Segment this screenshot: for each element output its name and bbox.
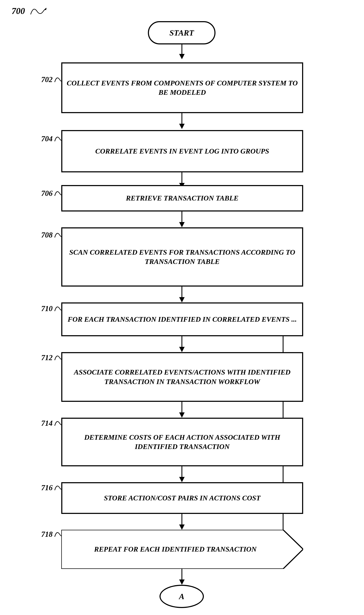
- box-712: ASSOCIATE CORRELATED EVENTS/ACTIONS WITH…: [61, 352, 303, 402]
- ref-702-label: 702: [41, 75, 52, 84]
- connector-a: A: [159, 585, 204, 608]
- ref-718-label: 718: [41, 530, 52, 539]
- box-704-text: CORRELATE EVENTS IN EVENT LOG INTO GROUP…: [91, 144, 273, 158]
- svg-marker-13: [179, 412, 185, 418]
- connector-a-label: A: [179, 592, 184, 601]
- ref-710-label: 710: [41, 304, 52, 313]
- box-714-text: DETERMINE COSTS OF EACH ACTION ASSOCIATE…: [62, 431, 302, 453]
- box-710: FOR EACH TRANSACTION IDENTIFIED IN CORRE…: [61, 302, 303, 336]
- box-716-text: STORE ACTION/COST PAIRS IN ACTIONS COST: [100, 491, 265, 505]
- svg-marker-1: [179, 54, 185, 59]
- box-702: COLLECT EVENTS FROM COMPONENTS OF COMPUT…: [61, 62, 303, 113]
- ref-708-label: 708: [41, 231, 52, 239]
- svg-marker-11: [179, 347, 185, 352]
- ref-714-label: 714: [41, 419, 52, 428]
- start-label: START: [169, 28, 194, 37]
- svg-marker-19: [179, 579, 185, 585]
- svg-marker-15: [179, 477, 185, 482]
- fig-squiggle: [30, 6, 46, 16]
- box-712-text: ASSOCIATE CORRELATED EVENTS/ACTIONS WITH…: [62, 366, 302, 388]
- ref-706-label: 706: [41, 189, 52, 198]
- box-702-text: COLLECT EVENTS FROM COMPONENTS OF COMPUT…: [62, 76, 302, 99]
- box-714: DETERMINE COSTS OF EACH ACTION ASSOCIATE…: [61, 418, 303, 466]
- box-718-svg: REPEAT FOR EACH IDENTIFIED TRANSACTION: [61, 530, 303, 569]
- box-706-text: RETRIEVE TRANSACTION TABLE: [122, 191, 243, 205]
- box-718-text: REPEAT FOR EACH IDENTIFIED TRANSACTION: [94, 545, 257, 554]
- figure-label: 700: [12, 6, 25, 16]
- box-706: RETRIEVE TRANSACTION TABLE: [61, 185, 303, 211]
- ref-704-label: 704: [41, 134, 52, 143]
- svg-marker-3: [179, 124, 185, 129]
- start-terminal: START: [148, 21, 216, 44]
- diagram-container: 700 START 702 COLLECT EVENTS FROM COMPON…: [0, 0, 364, 615]
- svg-marker-7: [179, 222, 185, 227]
- box-710-text: FOR EACH TRANSACTION IDENTIFIED IN CORRE…: [63, 313, 301, 326]
- box-708-text: SCAN CORRELATED EVENTS FOR TRANSACTIONS …: [62, 246, 302, 268]
- box-704: CORRELATE EVENTS IN EVENT LOG INTO GROUP…: [61, 130, 303, 172]
- svg-marker-17: [179, 524, 185, 530]
- box-716: STORE ACTION/COST PAIRS IN ACTIONS COST: [61, 482, 303, 514]
- svg-marker-9: [179, 297, 185, 302]
- box-708: SCAN CORRELATED EVENTS FOR TRANSACTIONS …: [61, 227, 303, 287]
- ref-716-label: 716: [41, 483, 52, 492]
- ref-712-label: 712: [41, 353, 52, 362]
